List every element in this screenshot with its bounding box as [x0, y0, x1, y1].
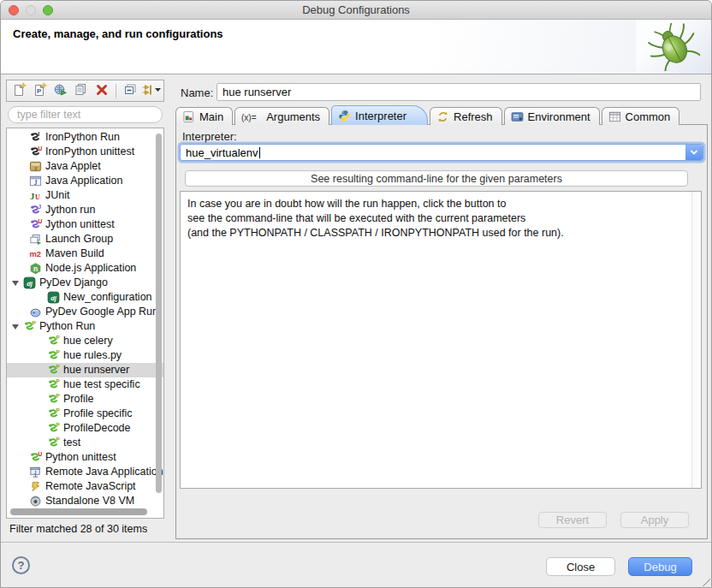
tree-row-profile[interactable]: PProfile	[7, 392, 163, 407]
tree-row-hue-runserver[interactable]: Phue runserver	[7, 363, 163, 377]
interpreter-combo[interactable]: hue_virtualenv	[180, 144, 703, 161]
tree-row-ironpython-run[interactable]: IIronPython Run	[7, 130, 163, 145]
delete-icon	[95, 83, 109, 99]
tree-row-maven-build[interactable]: m2Maven Build	[7, 246, 163, 261]
tree-row-label: Java Application	[45, 174, 122, 188]
tab-interpreter[interactable]: Interpreter	[331, 105, 428, 125]
tree-row-ironpython-unittest[interactable]: UIronPython unittest	[7, 145, 163, 159]
titlebar[interactable]: Debug Configurations	[1, 1, 711, 20]
python-run-icon: P	[47, 407, 60, 420]
tree-row-label: hue test specific	[63, 377, 140, 392]
revert-button[interactable]: Revert	[538, 512, 607, 528]
expander-collapse-icon[interactable]	[12, 281, 19, 286]
combo-dropdown-button[interactable]	[685, 145, 703, 160]
filter-launch-configurations-button[interactable]	[143, 83, 159, 99]
main-tab-icon	[182, 110, 195, 123]
info-text-area[interactable]: In case you are in doubt how will the ru…	[180, 191, 702, 489]
svg-text:P: P	[56, 335, 60, 341]
tree-row-new-configuration[interactable]: djNew_configuration	[7, 290, 163, 305]
delete-button[interactable]	[93, 83, 110, 99]
common-tab-icon	[608, 110, 621, 123]
tree-row-java-application[interactable]: JJava Application	[7, 174, 163, 188]
duplicate-button[interactable]	[73, 83, 89, 99]
jython-run-icon: J	[29, 204, 42, 217]
export-launch-configurations-button[interactable]	[52, 83, 68, 99]
svg-text:P: P	[56, 349, 60, 355]
tree-row-label: PyDev Django	[39, 276, 108, 290]
tree-row-python-unittest[interactable]: UPython unittest	[7, 450, 163, 465]
tree-row-standalone-v8-vm[interactable]: Standalone V8 VM	[7, 494, 163, 508]
tab-label: Main	[199, 110, 223, 123]
tree-row-hue-rules-py[interactable]: Phue rules.py	[7, 348, 163, 363]
help-button[interactable]: ?	[12, 556, 30, 574]
export-launch-configurations-icon	[53, 82, 68, 99]
config-toolbar: P	[6, 80, 164, 102]
tree-row-python-run[interactable]: PPython Run	[7, 319, 163, 334]
new-launch-configuration-button[interactable]	[11, 83, 27, 99]
interpreter-label: Interpreter:	[182, 130, 237, 143]
chevron-down-icon	[690, 149, 698, 156]
tree-row-label: Profile	[63, 392, 93, 407]
tree-horizontal-scrollbar[interactable]	[10, 508, 147, 515]
tree-row-junit[interactable]: JUJUnit	[7, 188, 163, 203]
svg-text:J: J	[34, 179, 38, 187]
tree-row-label: test	[63, 436, 80, 450]
java-application-icon: J	[29, 175, 42, 187]
info-area-scrollbar[interactable]	[691, 192, 701, 488]
zoom-window-button[interactable]	[43, 5, 53, 15]
tree-row-remote-javascript[interactable]: Remote JavaScript	[7, 479, 163, 494]
tree-row-remote-java-application[interactable]: JRemote Java Application	[7, 465, 163, 479]
tree-row-profile-specific[interactable]: PProfile specific	[7, 407, 163, 421]
collapse-all-button[interactable]	[122, 83, 139, 99]
filter-input[interactable]	[8, 106, 163, 123]
duplicate-icon	[74, 82, 88, 99]
svg-text:dj: dj	[50, 294, 57, 302]
apply-button[interactable]: Apply	[620, 512, 689, 528]
python-run-icon: P	[47, 364, 60, 377]
minimize-window-button[interactable]	[26, 5, 36, 15]
tree-vertical-scrollbar[interactable]	[156, 134, 162, 493]
tree-row-label: Maven Build	[45, 246, 104, 261]
tree-row-test[interactable]: Ptest	[7, 436, 163, 450]
tree-row-hue-test-specific[interactable]: Phue test specific	[7, 377, 163, 392]
svg-text:P: P	[56, 422, 60, 428]
tab-main[interactable]: Main	[175, 107, 233, 125]
close-button[interactable]: Close	[546, 557, 615, 576]
tree-row-label: Jython unittest	[45, 217, 115, 232]
close-window-button[interactable]	[9, 5, 19, 15]
python-run-icon: P	[47, 393, 60, 406]
see-command-line-button[interactable]: See resulting command-line for the given…	[185, 170, 688, 187]
tree-row-label: Java Applet	[45, 159, 101, 174]
debug-button[interactable]: Debug	[628, 557, 692, 576]
toolbar-separator	[116, 84, 116, 98]
new-prototype-button[interactable]: P	[32, 83, 48, 99]
tab-arguments[interactable]: (x)=Arguments	[234, 107, 329, 125]
tree-row-pydev-django[interactable]: djPyDev Django	[7, 276, 163, 290]
pydev-gae-icon	[29, 306, 42, 318]
tab-environment[interactable]: Environment	[504, 107, 600, 125]
remote-javascript-icon	[29, 480, 42, 493]
filter-status: Filter matched 28 of 30 items	[9, 523, 147, 535]
tree-row-label: Node.js Application	[45, 261, 136, 276]
svg-text:P: P	[56, 437, 60, 442]
tree-row-profiledecode[interactable]: PProfileDecode	[7, 421, 163, 436]
tree-row-node-js-application[interactable]: nNode.js Application	[7, 261, 163, 276]
tree-row-launch-group[interactable]: Launch Group	[7, 232, 163, 246]
svg-text:n: n	[33, 264, 38, 273]
tree-row-label: JUnit	[45, 188, 69, 203]
tree-row-jython-unittest[interactable]: UJython unittest	[7, 217, 163, 232]
tab-common[interactable]: Common	[602, 107, 680, 125]
svg-text:(x)=: (x)=	[241, 112, 257, 122]
tree-row-java-applet[interactable]: JJava Applet	[7, 159, 163, 174]
maven-build-icon: m2	[29, 247, 42, 260]
tree-row-jython-run[interactable]: JJython run	[7, 203, 163, 217]
tree-row-hue-celery[interactable]: Phue celery	[7, 334, 163, 348]
tree-row-label: Python Run	[39, 319, 95, 334]
resize-grip[interactable]	[702, 578, 710, 586]
tree-row-pydev-google-app-run[interactable]: PyDev Google App Run	[7, 305, 163, 319]
tree-row-label: Python unittest	[45, 450, 116, 465]
expander-collapse-icon[interactable]	[12, 324, 19, 330]
name-input[interactable]	[217, 83, 701, 101]
tab-refresh[interactable]: Refresh	[430, 107, 502, 125]
interpreter-combo-value: hue_virtualenv	[181, 146, 258, 159]
